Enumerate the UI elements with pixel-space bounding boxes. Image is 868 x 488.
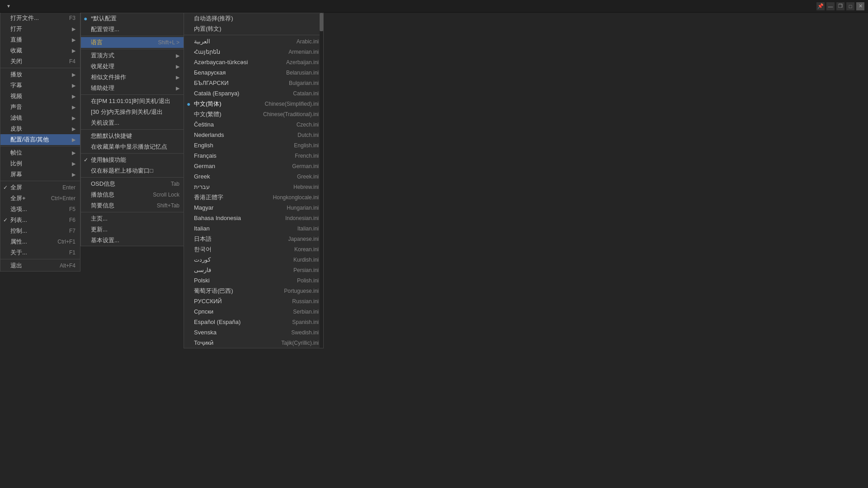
menu-item-level1[interactable]: 视频▶ xyxy=(0,91,80,102)
language-menu-item[interactable]: كوردتKurdish.ini xyxy=(184,254,323,265)
menu-item-level2[interactable]: 置顶方式▶ xyxy=(81,50,184,61)
restore-button[interactable]: ❐ xyxy=(836,2,844,10)
language-menu-item[interactable]: 中文(繁體)Chinese(Traditional).ini xyxy=(184,109,323,119)
language-file-label: Armenian.ini xyxy=(288,49,319,55)
menu-item-level1[interactable]: 滤镜▶ xyxy=(0,113,80,123)
language-name-label: Greek xyxy=(194,173,297,180)
language-menu-item[interactable]: ČeštinaCzech.ini xyxy=(184,119,323,130)
scrollbar-thumb[interactable] xyxy=(320,13,323,31)
language-name-label: 한국어 xyxy=(194,245,294,253)
language-file-label: Korean.ini xyxy=(294,246,319,253)
maximize-button[interactable]: □ xyxy=(846,2,854,10)
menu-item-level1[interactable]: ✓全屏Enter xyxy=(0,182,80,193)
minimize-button[interactable]: — xyxy=(826,2,835,10)
language-menu-item[interactable]: GermanGerman.ini xyxy=(184,161,323,171)
language-menu-item[interactable]: SvenskaSwedish.ini xyxy=(184,327,323,338)
menu-item-level2[interactable]: 辅助处理▶ xyxy=(81,83,184,94)
menu-item-level1[interactable]: 打开▶ xyxy=(0,23,80,34)
language-menu-item[interactable]: MagyarHungarian.ini xyxy=(184,202,323,213)
menu-item-label: 您酷默认快捷键 xyxy=(91,132,179,140)
titlebar-dropdown-icon[interactable]: ▼ xyxy=(6,4,11,9)
menu-item-level2[interactable]: 您酷默认快捷键 xyxy=(81,131,184,141)
menu-item-level2[interactable]: 在收藏菜单中显示播放记忆点 xyxy=(81,141,184,152)
menu-separator xyxy=(0,259,80,259)
close-button[interactable]: ✕ xyxy=(856,2,864,10)
pin-button[interactable]: 📌 xyxy=(816,2,825,10)
menu-item-level2[interactable]: 在[PM 11:01:01]时间关机/退出 xyxy=(81,96,184,107)
menu-item-level1[interactable]: 控制...F7 xyxy=(0,225,80,236)
menu-item-level2[interactable]: 语言Shift+L > xyxy=(81,37,184,48)
language-menu-item[interactable]: ●中文(简体)Chinese(Simplified).ini xyxy=(184,99,323,109)
menu-item-level1[interactable]: 直播▶ xyxy=(0,34,80,45)
language-menu-item[interactable]: Español (España)Spanish.ini xyxy=(184,317,323,327)
check-icon: ✓ xyxy=(84,157,88,163)
language-name-label: Հայերեն xyxy=(194,48,288,55)
language-name-label: English xyxy=(194,142,294,149)
language-menu-item[interactable]: ՀայերենArmenian.ini xyxy=(184,47,323,57)
menu-item-level1[interactable]: 字幕▶ xyxy=(0,80,80,91)
menu-item-level1[interactable]: 声音▶ xyxy=(0,102,80,113)
language-menu-item[interactable]: 日本語Japanese.ini xyxy=(184,234,323,244)
language-name-label: РУССКИЙ xyxy=(194,298,292,305)
language-menu-item[interactable]: Bahasa IndonesiaIndonesian.ini xyxy=(184,213,323,223)
submenu-arrow-icon: ▶ xyxy=(72,72,75,78)
scrollbar[interactable] xyxy=(320,13,323,348)
menu-item-level2[interactable]: 基本设置... xyxy=(81,235,184,246)
submenu-arrow-icon: ▶ xyxy=(72,26,75,32)
language-menu-item[interactable]: РУССКИЙRussian.ini xyxy=(184,296,323,306)
language-menu-item[interactable]: БЪЛГАРСКИBulgarian.ini xyxy=(184,78,323,88)
language-menu-item[interactable]: עבריתHebrew.ini xyxy=(184,182,323,192)
menu-item-level1[interactable]: 关于...F1 xyxy=(0,247,80,258)
menu-separator xyxy=(81,177,184,178)
menu-item-level1[interactable]: 全屏+Ctrl+Enter xyxy=(0,193,80,204)
language-menu-item[interactable]: العربيةArabic.ini xyxy=(184,36,323,47)
language-menu-item[interactable]: 香港正體字Hongkonglocale.ini xyxy=(184,192,323,202)
language-menu-item[interactable]: 葡萄牙语(巴西)Portuguese.ini xyxy=(184,286,323,296)
menu-item-level2[interactable]: 关机设置... xyxy=(81,117,184,128)
menu-item-level2[interactable]: 收尾处理▶ xyxy=(81,61,184,72)
menu-item-level2[interactable]: 播放信息Scroll Lock xyxy=(81,189,184,200)
menu-item-level2[interactable]: [30 分]内无操作则关机/退出 xyxy=(81,107,184,117)
menu-item-level1[interactable]: 屏幕▶ xyxy=(0,169,80,180)
menu-item-level1[interactable]: 播放▶ xyxy=(0,69,80,80)
menu-item-level1[interactable]: 打开文件...F3 xyxy=(0,13,80,23)
menu-item-level1[interactable]: 比例▶ xyxy=(0,158,80,169)
context-menu-level2: ●*默认配置配置管理...语言Shift+L >置顶方式▶收尾处理▶相似文件操作… xyxy=(80,13,184,246)
menu-item-level2[interactable]: OSD信息Tab xyxy=(81,178,184,189)
menu-item-level1[interactable]: ✓列表...F6 xyxy=(0,215,80,225)
menu-item-level1[interactable]: 关闭F4 xyxy=(0,56,80,67)
language-menu-item[interactable]: ТоҷикӣTajik(Cyrillic).ini xyxy=(184,338,323,348)
menu-item-level2[interactable]: 相似文件操作▶ xyxy=(81,72,184,83)
language-menu-item[interactable]: PolskiPolish.ini xyxy=(184,275,323,286)
menu-item-level2[interactable]: 配置管理... xyxy=(81,24,184,35)
menu-item-level2[interactable]: 主页... xyxy=(81,213,184,224)
language-menu-item[interactable]: Català (Espanya)Catalan.ini xyxy=(184,88,323,99)
language-menu-item[interactable]: EnglishEnglish.ini xyxy=(184,140,323,150)
menu-item-level1[interactable]: 属性...Ctrl+F1 xyxy=(0,236,80,247)
language-menu-item[interactable]: FrançaisFrench.ini xyxy=(184,150,323,161)
language-menu-item[interactable]: ItalianItalian.ini xyxy=(184,223,323,234)
menu-item-level1[interactable]: 退出Alt+F4 xyxy=(0,260,80,271)
language-menu-item[interactable]: 한국어Korean.ini xyxy=(184,244,323,254)
menu-item-level1[interactable]: 帧位▶ xyxy=(0,147,80,158)
menu-item-level2[interactable]: ●*默认配置 xyxy=(81,13,184,24)
language-menu-item[interactable]: БеларускаяBelarusian.ini xyxy=(184,67,323,78)
menu-item-level2[interactable]: ✓使用触摸功能 xyxy=(81,155,184,165)
menu-item-level1[interactable]: 收藏▶ xyxy=(0,45,80,56)
menu-item-level2[interactable]: 更新... xyxy=(81,224,184,235)
language-menu-item[interactable]: Azərbaycan-türkcəsiAzerbaijan.ini xyxy=(184,57,323,67)
language-menu-item[interactable]: СрпскиSerbian.ini xyxy=(184,306,323,317)
language-menu-item[interactable]: 内置(韩文) xyxy=(184,23,323,34)
language-menu-item[interactable]: فارسیPersian.ini xyxy=(184,265,323,275)
menu-item-label: 仅在标题栏上移动窗口□ xyxy=(91,167,179,175)
menu-item-level1[interactable]: 选项...F5 xyxy=(0,204,80,215)
language-menu-item[interactable]: GreekGreek.ini xyxy=(184,171,323,182)
language-menu-item[interactable]: 自动选择(推荐) xyxy=(184,13,323,23)
language-menu-item[interactable]: NederlandsDutch.ini xyxy=(184,130,323,140)
menu-item-level2[interactable]: 仅在标题栏上移动窗口□ xyxy=(81,165,184,176)
menu-item-level1[interactable]: 配置/语言/其他▶ xyxy=(0,134,80,145)
menu-item-level2[interactable]: 简要信息Shift+Tab xyxy=(81,200,184,211)
menu-item-label: 关于... xyxy=(10,249,60,257)
menu-item-level1[interactable]: 皮肤▶ xyxy=(0,123,80,134)
submenu-arrow-icon: ▶ xyxy=(72,94,75,99)
